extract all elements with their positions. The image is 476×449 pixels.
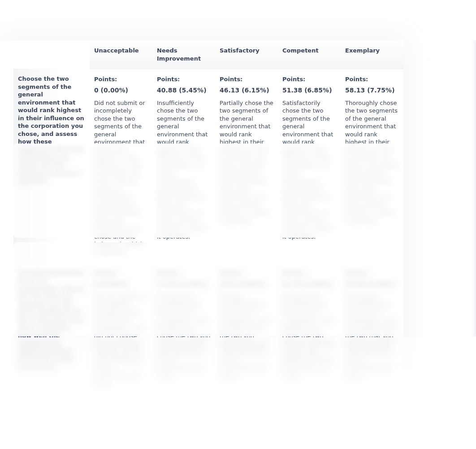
table-row: Considering the five forces of competiti… — [13, 262, 403, 393]
points-range: 0 (0.00%) — [94, 86, 148, 95]
points-label: Points: — [157, 269, 211, 277]
criterion-1: Choose the two segments of the general e… — [13, 69, 90, 262]
table-row: Choose the two segments of the general e… — [13, 69, 403, 262]
rubric-table: Unacceptable Needs Improvement Satisfact… — [13, 40, 403, 393]
cell-r2-competent: Points: 21.75 (2.90%) Satisfactorily con… — [278, 262, 341, 393]
points-label: Points: — [220, 75, 273, 83]
cell-desc: Partially chose the two segments of the … — [220, 100, 273, 224]
cell-r2-satisfactory: Points: 19.5 (2.60%) Partially considere… — [215, 262, 278, 393]
cell-desc: Did not submit or incompletely considere… — [94, 293, 145, 387]
page: Unacceptable Needs Improvement Satisfact… — [0, 0, 476, 449]
cell-r1-satisfactory: Points: 46.13 (6.15%) Partially chose th… — [215, 69, 278, 262]
points-label: Points: — [220, 269, 273, 277]
points-label: Points: — [157, 75, 211, 83]
points-range: 58.13 (7.75%) — [345, 86, 399, 95]
header-exemplary: Exemplary — [341, 40, 403, 69]
cell-desc: Did not submit or incompletely chose the… — [94, 100, 145, 256]
points-range: 46.13 (6.15%) — [220, 86, 273, 95]
cell-r2-unacceptable: Points: 0 (0.00%) Did not submit or inco… — [90, 262, 152, 393]
header-satisfactory: Satisfactory — [215, 40, 278, 69]
cell-r2-exemplary: Points: 24.56 (3.28%) Thoroughly conside… — [341, 262, 403, 393]
points-label: Points: — [94, 269, 148, 277]
table-header-row: Unacceptable Needs Improvement Satisfact… — [13, 40, 403, 69]
cell-desc: Partially considered the five forces of … — [220, 293, 269, 379]
points-range: 40.88 (5.45%) — [157, 86, 211, 95]
criterion-2: Considering the five forces of competiti… — [13, 262, 90, 393]
cell-desc: Insufficiently chose the two segments of… — [157, 100, 208, 240]
header-unacceptable: Unacceptable — [90, 40, 152, 69]
cell-r1-exemplary: Points: 58.13 (7.75%) Thoroughly chose t… — [341, 69, 403, 262]
cell-desc: Insufficiently considered the five force… — [157, 293, 210, 379]
header-corner — [13, 40, 90, 69]
points-range: 51.38 (6.85%) — [282, 86, 336, 95]
points-range: 19.5 (2.60%) — [220, 280, 273, 288]
cell-desc: Satisfactorily chose the two segments of… — [282, 100, 333, 240]
header-competent: Competent — [278, 40, 341, 69]
cell-desc: Thoroughly chose the two segments of the… — [345, 100, 399, 224]
points-range: 24.56 (3.28%) — [345, 280, 399, 288]
points-label: Points: — [345, 269, 399, 277]
rubric-table-wrap: Unacceptable Needs Improvement Satisfact… — [0, 40, 403, 393]
points-label: Points: — [282, 75, 336, 83]
cell-r1-needs-improvement: Points: 40.88 (5.45%) Insufficiently cho… — [152, 69, 215, 262]
header-needs-improvement: Needs Improvement — [152, 40, 215, 69]
cell-r2-needs-improvement: Points: 17.25 (2.30%) Insufficiently con… — [152, 262, 215, 393]
points-label: Points: — [282, 269, 336, 277]
cell-desc: Thoroughly considered the five forces of… — [345, 293, 396, 379]
points-range: 21.75 (2.90%) — [282, 280, 336, 288]
points-label: Points: — [345, 75, 399, 83]
cell-r1-unacceptable: Points: 0 (0.00%) Did not submit or inco… — [90, 69, 152, 262]
cell-desc: Satisfactorily considered the five force… — [282, 293, 334, 379]
points-range: 17.25 (2.30%) — [157, 280, 211, 288]
points-label: Points: — [94, 75, 148, 83]
points-range: 0 (0.00%) — [94, 280, 148, 288]
cell-r1-competent: Points: 51.38 (6.85%) Satisfactorily cho… — [278, 69, 341, 262]
right-gutter-shadow — [472, 40, 476, 336]
